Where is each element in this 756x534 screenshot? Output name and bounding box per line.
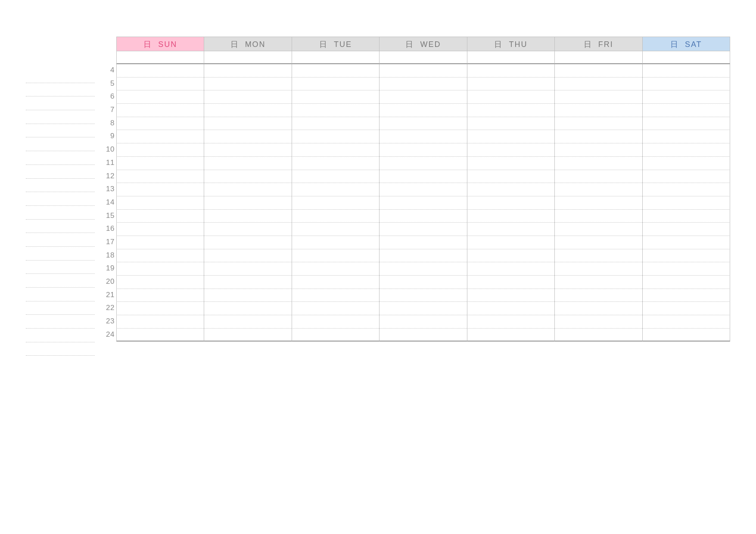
slot-thu-17[interactable] (467, 236, 554, 249)
slot-sun-7[interactable] (116, 104, 204, 117)
slot-wed-12[interactable] (379, 170, 467, 183)
note-line[interactable] (26, 274, 95, 288)
slot-tue-18[interactable] (292, 249, 379, 263)
slot-wed-23[interactable] (379, 315, 467, 329)
slot-wed-4[interactable] (379, 64, 467, 78)
slot-thu-9[interactable] (467, 130, 554, 143)
slot-fri-8[interactable] (554, 117, 642, 130)
slot-sat-15[interactable] (642, 210, 730, 223)
slot-tue-14[interactable] (292, 196, 379, 210)
date-cell-mon[interactable] (204, 51, 291, 64)
slot-sat-12[interactable] (642, 170, 730, 183)
slot-fri-4[interactable] (554, 64, 642, 78)
slot-thu-10[interactable] (467, 143, 554, 157)
slot-mon-12[interactable] (204, 170, 291, 183)
slot-wed-10[interactable] (379, 143, 467, 157)
slot-thu-21[interactable] (467, 289, 554, 302)
slot-thu-4[interactable] (467, 64, 554, 78)
slot-wed-19[interactable] (379, 262, 467, 276)
slot-mon-10[interactable] (204, 143, 291, 157)
note-line[interactable] (26, 247, 95, 261)
slot-wed-22[interactable] (379, 302, 467, 315)
slot-thu-16[interactable] (467, 223, 554, 236)
slot-sun-18[interactable] (116, 249, 204, 263)
slot-fri-15[interactable] (554, 210, 642, 223)
slot-sat-20[interactable] (642, 276, 730, 289)
slot-fri-23[interactable] (554, 315, 642, 329)
slot-sun-12[interactable] (116, 170, 204, 183)
slot-mon-21[interactable] (204, 289, 291, 302)
slot-sat-14[interactable] (642, 196, 730, 210)
slot-fri-13[interactable] (554, 183, 642, 196)
note-line[interactable] (26, 288, 95, 301)
slot-mon-7[interactable] (204, 104, 291, 117)
slot-wed-21[interactable] (379, 289, 467, 302)
slot-wed-5[interactable] (379, 78, 467, 91)
note-line[interactable] (26, 233, 95, 247)
slot-mon-19[interactable] (204, 262, 291, 276)
slot-mon-9[interactable] (204, 130, 291, 143)
slot-tue-11[interactable] (292, 157, 379, 170)
slot-fri-11[interactable] (554, 157, 642, 170)
slot-sun-24[interactable] (116, 329, 204, 342)
slot-tue-16[interactable] (292, 223, 379, 236)
slot-thu-12[interactable] (467, 170, 554, 183)
slot-wed-7[interactable] (379, 104, 467, 117)
slot-wed-11[interactable] (379, 157, 467, 170)
slot-mon-22[interactable] (204, 302, 291, 315)
date-cell-sat[interactable] (642, 51, 730, 64)
slot-sat-4[interactable] (642, 64, 730, 78)
note-line[interactable] (26, 220, 95, 233)
slot-sun-10[interactable] (116, 143, 204, 157)
slot-wed-17[interactable] (379, 236, 467, 249)
note-line[interactable] (26, 110, 95, 124)
slot-fri-24[interactable] (554, 329, 642, 342)
slot-mon-20[interactable] (204, 276, 291, 289)
slot-wed-6[interactable] (379, 90, 467, 104)
slot-thu-15[interactable] (467, 210, 554, 223)
slot-sun-19[interactable] (116, 262, 204, 276)
slot-sat-16[interactable] (642, 223, 730, 236)
slot-thu-20[interactable] (467, 276, 554, 289)
slot-fri-14[interactable] (554, 196, 642, 210)
slot-tue-22[interactable] (292, 302, 379, 315)
slot-thu-22[interactable] (467, 302, 554, 315)
slot-sat-6[interactable] (642, 90, 730, 104)
slot-sat-5[interactable] (642, 78, 730, 91)
slot-fri-10[interactable] (554, 143, 642, 157)
slot-sat-13[interactable] (642, 183, 730, 196)
slot-tue-7[interactable] (292, 104, 379, 117)
slot-sat-22[interactable] (642, 302, 730, 315)
slot-sat-9[interactable] (642, 130, 730, 143)
slot-sun-16[interactable] (116, 223, 204, 236)
note-line[interactable] (26, 165, 95, 179)
slot-tue-20[interactable] (292, 276, 379, 289)
slot-fri-21[interactable] (554, 289, 642, 302)
slot-sat-21[interactable] (642, 289, 730, 302)
slot-tue-21[interactable] (292, 289, 379, 302)
slot-mon-8[interactable] (204, 117, 291, 130)
slot-sun-9[interactable] (116, 130, 204, 143)
slot-sat-10[interactable] (642, 143, 730, 157)
slot-tue-6[interactable] (292, 90, 379, 104)
slot-mon-23[interactable] (204, 315, 291, 329)
slot-sun-4[interactable] (116, 64, 204, 78)
date-cell-wed[interactable] (379, 51, 467, 64)
date-cell-sun[interactable] (116, 51, 204, 64)
note-line[interactable] (26, 301, 95, 315)
slot-sun-17[interactable] (116, 236, 204, 249)
note-line[interactable] (26, 206, 95, 220)
slot-fri-19[interactable] (554, 262, 642, 276)
slot-sun-22[interactable] (116, 302, 204, 315)
note-line[interactable] (26, 342, 95, 356)
note-line[interactable] (26, 69, 95, 83)
slot-tue-4[interactable] (292, 64, 379, 78)
note-line[interactable] (26, 96, 95, 110)
slot-wed-16[interactable] (379, 223, 467, 236)
slot-tue-10[interactable] (292, 143, 379, 157)
slot-fri-7[interactable] (554, 104, 642, 117)
slot-fri-12[interactable] (554, 170, 642, 183)
slot-tue-5[interactable] (292, 78, 379, 91)
slot-fri-17[interactable] (554, 236, 642, 249)
slot-mon-4[interactable] (204, 64, 291, 78)
